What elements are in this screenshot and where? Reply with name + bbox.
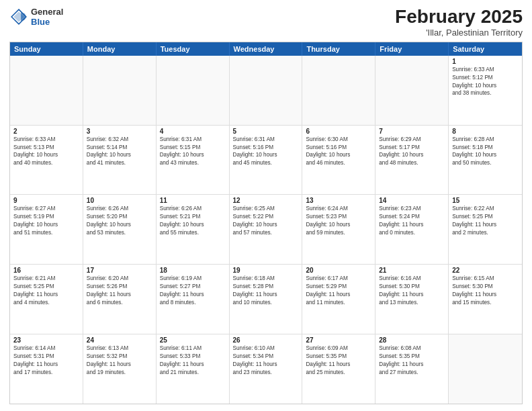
day-info: Sunrise: 6:26 AM Sunset: 5:20 PM Dayligh… [87, 205, 152, 237]
calendar-body: 1Sunrise: 6:33 AM Sunset: 5:12 PM Daylig… [10, 56, 522, 404]
subtitle: 'Illar, Palestinian Territory [395, 28, 523, 38]
calendar-cell-w2-d5: 6Sunrise: 6:30 AM Sunset: 5:16 PM Daylig… [302, 126, 375, 195]
day-number: 13 [306, 197, 371, 204]
calendar-cell-w1-d2 [83, 56, 157, 125]
day-number: 20 [306, 267, 371, 274]
day-number: 3 [87, 128, 152, 135]
day-number: 24 [87, 336, 152, 344]
calendar-cell-w3-d7: 15Sunrise: 6:22 AM Sunset: 5:25 PM Dayli… [449, 195, 522, 264]
day-info: Sunrise: 6:31 AM Sunset: 5:16 PM Dayligh… [233, 136, 299, 168]
day-number: 22 [452, 267, 519, 274]
logo-blue: Blue [31, 17, 63, 27]
main-title: February 2025 [395, 7, 523, 28]
calendar-cell-w4-d3: 18Sunrise: 6:19 AM Sunset: 5:27 PM Dayli… [157, 265, 230, 334]
day-info: Sunrise: 6:17 AM Sunset: 5:29 PM Dayligh… [306, 275, 371, 307]
calendar-cell-w4-d2: 17Sunrise: 6:20 AM Sunset: 5:26 PM Dayli… [83, 265, 157, 334]
calendar-cell-w4-d7: 22Sunrise: 6:15 AM Sunset: 5:30 PM Dayli… [449, 265, 522, 334]
calendar-row-4: 16Sunrise: 6:21 AM Sunset: 5:25 PM Dayli… [10, 265, 522, 334]
day-number: 15 [452, 197, 519, 204]
day-number: 11 [160, 197, 226, 204]
day-info: Sunrise: 6:33 AM Sunset: 5:12 PM Dayligh… [452, 66, 519, 98]
header-friday: Friday [375, 42, 449, 56]
calendar-header: Sunday Monday Tuesday Wednesday Thursday… [10, 42, 522, 56]
day-number: 9 [13, 197, 79, 204]
calendar-cell-w1-d3 [157, 56, 230, 125]
calendar-cell-w5-d4: 26Sunrise: 6:10 AM Sunset: 5:34 PM Dayli… [230, 334, 303, 404]
day-number: 28 [379, 336, 445, 344]
calendar-row-1: 1Sunrise: 6:33 AM Sunset: 5:12 PM Daylig… [10, 56, 522, 126]
calendar-row-5: 23Sunrise: 6:14 AM Sunset: 5:31 PM Dayli… [10, 334, 522, 404]
calendar-cell-w2-d3: 4Sunrise: 6:31 AM Sunset: 5:15 PM Daylig… [157, 126, 230, 195]
header-tuesday: Tuesday [157, 42, 230, 56]
day-info: Sunrise: 6:26 AM Sunset: 5:21 PM Dayligh… [160, 205, 226, 237]
calendar-cell-w1-d6 [375, 56, 449, 125]
day-number: 21 [379, 267, 445, 274]
calendar-cell-w4-d1: 16Sunrise: 6:21 AM Sunset: 5:25 PM Dayli… [10, 265, 83, 334]
day-info: Sunrise: 6:10 AM Sunset: 5:34 PM Dayligh… [233, 345, 299, 377]
day-info: Sunrise: 6:24 AM Sunset: 5:23 PM Dayligh… [306, 205, 371, 237]
day-number: 8 [452, 128, 519, 135]
day-info: Sunrise: 6:25 AM Sunset: 5:22 PM Dayligh… [233, 205, 299, 237]
calendar-cell-w2-d7: 8Sunrise: 6:28 AM Sunset: 5:18 PM Daylig… [449, 126, 522, 195]
calendar-cell-w4-d6: 21Sunrise: 6:16 AM Sunset: 5:30 PM Dayli… [375, 265, 449, 334]
day-info: Sunrise: 6:30 AM Sunset: 5:16 PM Dayligh… [306, 136, 371, 168]
calendar-cell-w1-d7: 1Sunrise: 6:33 AM Sunset: 5:12 PM Daylig… [449, 56, 522, 125]
day-info: Sunrise: 6:31 AM Sunset: 5:15 PM Dayligh… [160, 136, 226, 168]
day-number: 27 [306, 336, 371, 344]
day-info: Sunrise: 6:08 AM Sunset: 5:35 PM Dayligh… [379, 345, 445, 377]
calendar-cell-w5-d7 [449, 334, 522, 404]
day-info: Sunrise: 6:14 AM Sunset: 5:31 PM Dayligh… [13, 345, 79, 377]
day-info: Sunrise: 6:21 AM Sunset: 5:25 PM Dayligh… [13, 275, 79, 307]
calendar: Sunday Monday Tuesday Wednesday Thursday… [9, 42, 523, 404]
day-info: Sunrise: 6:16 AM Sunset: 5:30 PM Dayligh… [379, 275, 445, 307]
day-number: 18 [160, 267, 226, 274]
calendar-cell-w4-d4: 19Sunrise: 6:18 AM Sunset: 5:28 PM Dayli… [230, 265, 303, 334]
day-info: Sunrise: 6:23 AM Sunset: 5:24 PM Dayligh… [379, 205, 445, 237]
day-info: Sunrise: 6:15 AM Sunset: 5:30 PM Dayligh… [452, 275, 519, 307]
day-number: 26 [233, 336, 299, 344]
day-info: Sunrise: 6:11 AM Sunset: 5:33 PM Dayligh… [160, 345, 226, 377]
page: General Blue February 2025 'Illar, Pales… [0, 0, 532, 411]
calendar-cell-w5-d5: 27Sunrise: 6:09 AM Sunset: 5:35 PM Dayli… [302, 334, 375, 404]
calendar-cell-w1-d1 [10, 56, 83, 125]
day-info: Sunrise: 6:33 AM Sunset: 5:13 PM Dayligh… [13, 136, 79, 168]
day-info: Sunrise: 6:22 AM Sunset: 5:25 PM Dayligh… [452, 205, 519, 237]
logo-icon [9, 7, 28, 26]
header-monday: Monday [83, 42, 157, 56]
logo: General Blue [9, 7, 63, 27]
calendar-cell-w4-d5: 20Sunrise: 6:17 AM Sunset: 5:29 PM Dayli… [302, 265, 375, 334]
calendar-row-3: 9Sunrise: 6:27 AM Sunset: 5:19 PM Daylig… [10, 195, 522, 265]
day-number: 25 [160, 336, 226, 344]
calendar-cell-w2-d4: 5Sunrise: 6:31 AM Sunset: 5:16 PM Daylig… [230, 126, 303, 195]
calendar-cell-w5-d6: 28Sunrise: 6:08 AM Sunset: 5:35 PM Dayli… [375, 334, 449, 404]
calendar-cell-w5-d1: 23Sunrise: 6:14 AM Sunset: 5:31 PM Dayli… [10, 334, 83, 404]
header-saturday: Saturday [449, 42, 522, 56]
day-info: Sunrise: 6:18 AM Sunset: 5:28 PM Dayligh… [233, 275, 299, 307]
calendar-cell-w3-d5: 13Sunrise: 6:24 AM Sunset: 5:23 PM Dayli… [302, 195, 375, 264]
day-number: 17 [87, 267, 152, 274]
day-number: 1 [452, 58, 519, 65]
calendar-cell-w3-d2: 10Sunrise: 6:26 AM Sunset: 5:20 PM Dayli… [83, 195, 157, 264]
day-number: 19 [233, 267, 299, 274]
calendar-cell-w2-d1: 2Sunrise: 6:33 AM Sunset: 5:13 PM Daylig… [10, 126, 83, 195]
day-info: Sunrise: 6:29 AM Sunset: 5:17 PM Dayligh… [379, 136, 445, 168]
header-thursday: Thursday [302, 42, 375, 56]
calendar-row-2: 2Sunrise: 6:33 AM Sunset: 5:13 PM Daylig… [10, 126, 522, 195]
day-number: 4 [160, 128, 226, 135]
day-number: 5 [233, 128, 299, 135]
day-number: 10 [87, 197, 152, 204]
day-number: 12 [233, 197, 299, 204]
header-sunday: Sunday [10, 42, 83, 56]
day-number: 6 [306, 128, 371, 135]
day-info: Sunrise: 6:32 AM Sunset: 5:14 PM Dayligh… [87, 136, 152, 168]
day-number: 7 [379, 128, 445, 135]
title-area: February 2025 'Illar, Palestinian Territ… [395, 7, 523, 38]
logo-text: General Blue [31, 7, 63, 27]
day-info: Sunrise: 6:13 AM Sunset: 5:32 PM Dayligh… [87, 345, 152, 377]
calendar-cell-w2-d6: 7Sunrise: 6:29 AM Sunset: 5:17 PM Daylig… [375, 126, 449, 195]
calendar-cell-w5-d3: 25Sunrise: 6:11 AM Sunset: 5:33 PM Dayli… [157, 334, 230, 404]
day-number: 14 [379, 197, 445, 204]
calendar-cell-w3-d1: 9Sunrise: 6:27 AM Sunset: 5:19 PM Daylig… [10, 195, 83, 264]
header-wednesday: Wednesday [230, 42, 303, 56]
day-info: Sunrise: 6:28 AM Sunset: 5:18 PM Dayligh… [452, 136, 519, 168]
